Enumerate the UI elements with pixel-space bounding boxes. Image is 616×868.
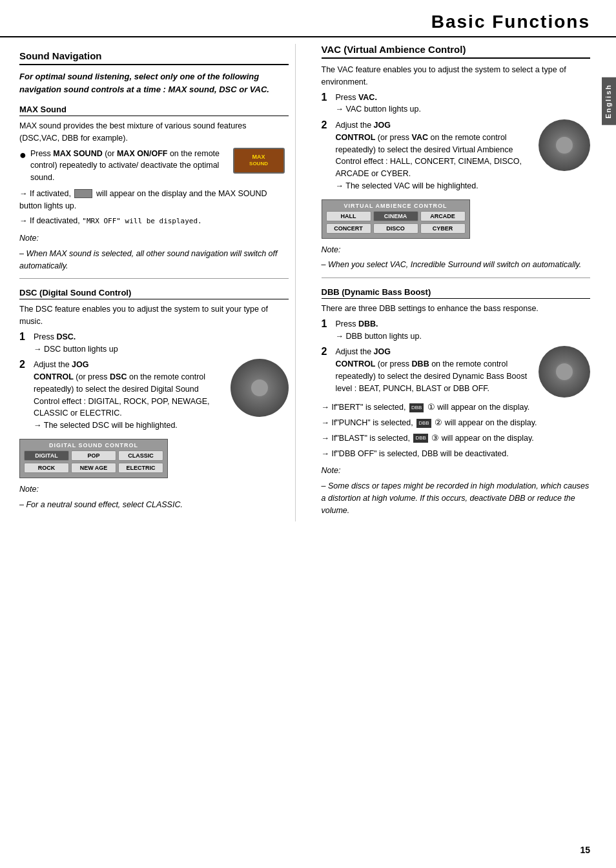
arrow2-text: → If deactivated, xyxy=(19,216,80,225)
dbb-section: DBB (Dynamic Bass Boost) There are three… xyxy=(322,287,591,516)
step1-arrow: → DSC button lights up xyxy=(34,345,118,354)
vac-display-title: VIRTUAL AMBIENCE CONTROL xyxy=(326,203,466,209)
dsc-row2: ROCK NEW AGE ELECTRIC xyxy=(24,463,163,473)
vac-description: The VAC feature enables you to adjust th… xyxy=(322,64,591,88)
dbb-note-label: Note: xyxy=(322,465,591,477)
dsc-btn-digital: DIGITAL xyxy=(24,450,69,461)
dsc-circular-image xyxy=(231,359,289,417)
step1-content: Press DSC. → DSC button lights up xyxy=(34,331,289,356)
dsc-row1: DIGITAL POP CLASSIC xyxy=(24,450,163,461)
content-area: Sound Navigation For optimal sound liste… xyxy=(0,37,616,534)
dbb-note-text: – Some discs or tapes might be recorded … xyxy=(322,480,591,516)
max-note: Note: – When MAX sound is selected, all … xyxy=(19,232,289,272)
vac-step1: 1 Press VAC. → VAC button lights up. xyxy=(322,92,591,116)
dsc-btn-pop: POP xyxy=(71,450,116,461)
bullet-text-2: (or xyxy=(103,149,117,158)
dsc-jog-wheel xyxy=(231,359,289,417)
dsc-btn-classic: CLASSIC xyxy=(118,450,163,461)
dbb-blast-icon: DBB xyxy=(413,434,427,443)
dsc-display-panel: DIGITAL SOUND CONTROL DIGITAL POP CLASSI… xyxy=(19,439,168,478)
dbb-beat-icon: DBB xyxy=(409,403,424,412)
step2-arrow: → The selected DSC will be highlighted. xyxy=(34,419,289,432)
bullet-bold-1: MAX SOUND xyxy=(53,149,102,158)
vac-step1-number: 1 xyxy=(322,92,332,103)
step2-text-block: Adjust the JOG CONTROL (or press DSC on … xyxy=(34,359,225,419)
vac-jog-wheel xyxy=(539,119,590,171)
step1-text: Press xyxy=(34,332,56,341)
arrow-beat2: ① will appear on the display. xyxy=(427,403,529,412)
dsc-btn-electric: ELECTRIC xyxy=(118,463,163,473)
arrow-punch-text: → If"PUNCH" is selected, xyxy=(322,418,413,427)
vac-row2: CONCERT DISCO CYBER xyxy=(326,223,466,234)
dsc-display-title: DIGITAL SOUND CONTROL xyxy=(24,442,163,449)
dbb-arrow-beat: → If"BERT" is selected, DBB ① will appea… xyxy=(322,401,591,414)
right-column: VAC (Virtual Ambience Control) The VAC f… xyxy=(315,44,591,521)
dbb-step2-bold3: DBB xyxy=(412,359,429,368)
vac-section: VAC (Virtual Ambience Control) The VAC f… xyxy=(322,44,591,271)
vac-step2-number: 2 xyxy=(322,119,332,131)
step2-text: Adjust the xyxy=(34,360,72,369)
dbb-circular-image xyxy=(539,346,590,398)
dbb-note: Note: – Some discs or tapes might be rec… xyxy=(322,465,591,516)
arrow-punch2: ② will appear on the display. xyxy=(435,418,537,427)
vac-btn-disco: DISCO xyxy=(373,223,418,234)
vac-circular-image xyxy=(539,119,590,171)
dsc-section: DSC (Digital Sound Control) The DSC feat… xyxy=(19,288,289,510)
dsc-note-label: Note: xyxy=(19,483,289,496)
dsc-step1: 1 Press DSC. → DSC button lights up xyxy=(19,331,289,356)
step2-content: Adjust the JOG CONTROL (or press DSC on … xyxy=(34,359,289,435)
max-sound-bullet: ● MAX SOUND Press MAX SOUND (or MAX ON/O… xyxy=(19,148,289,184)
dbb-step1-content: Press DBB. → DBB button lights up. xyxy=(336,318,591,343)
max-sound-description: MAX sound provides the best mixture of v… xyxy=(19,120,289,145)
dbb-step2-content: Adjust the JOG CONTROL (or press DBB on … xyxy=(336,346,591,398)
step1-bold: DSC. xyxy=(56,332,76,341)
vac-step2-text2: (or press xyxy=(375,133,411,142)
page-number: 15 xyxy=(580,845,590,855)
dbb-step2-text-block: Adjust the JOG CONTROL (or press DBB on … xyxy=(336,346,534,394)
step1-number: 1 xyxy=(19,331,30,343)
dbb-punch-icon: DBB xyxy=(416,419,431,428)
bullet-content: MAX SOUND Press MAX SOUND (or MAX ON/OFF… xyxy=(30,148,285,184)
vac-step2-text-block: Adjust the JOG CONTROL (or press VAC on … xyxy=(336,119,534,180)
page-title: Basic Functions xyxy=(0,12,590,32)
left-column: Sound Navigation For optimal sound liste… xyxy=(19,44,296,521)
vac-step2-content: Adjust the JOG CONTROL (or press VAC on … xyxy=(336,119,591,196)
side-tab: English xyxy=(602,77,616,125)
vac-row1: HALL CINEMA ARCADE xyxy=(326,211,466,221)
dsc-btn-newage: NEW AGE xyxy=(71,463,116,473)
vac-btn-cyber: CYBER xyxy=(420,223,466,234)
arrow1-text: → If activated, xyxy=(19,189,71,198)
max-arrow2: → If deactivated, "MRX OFF" will be disp… xyxy=(19,215,289,227)
dsc-jog-center xyxy=(250,378,269,398)
dsc-note-text: – For a neutral sound effect, select CLA… xyxy=(19,499,289,511)
dbb-jog-center xyxy=(555,362,574,381)
vac-btn-arcade: ARCADE xyxy=(420,211,466,221)
dbb-step1-bold: DBB. xyxy=(358,319,378,328)
vac-step1-text: Press xyxy=(336,93,358,102)
step2-text2: (or press xyxy=(74,372,110,381)
vac-jog-center xyxy=(555,136,574,155)
vac-btn-concert: CONCERT xyxy=(326,223,371,234)
dbb-step1-text: Press xyxy=(336,319,358,328)
dbb-jog-wheel xyxy=(539,346,590,398)
dsc-btn-rock: ROCK xyxy=(24,463,69,473)
bullet-bold-2: MAX ON/OFF xyxy=(117,149,167,158)
dbb-title: DBB (Dynamic Bass Boost) xyxy=(322,287,591,299)
arrow-beat-text: → If"BERT" is selected, xyxy=(322,403,406,412)
step2-bold3: DSC xyxy=(110,372,127,381)
step2-bold1: JOG xyxy=(72,360,88,369)
max-arrow1: → If activated, will appear on the displ… xyxy=(19,188,289,212)
vac-step2-text: Adjust the xyxy=(336,121,374,130)
vac-step1-bold: VAC. xyxy=(358,93,377,102)
dbb-step1-number: 1 xyxy=(322,318,332,330)
dbb-step1-arrow: → DBB button lights up. xyxy=(336,332,422,341)
vac-display-panel: VIRTUAL AMBIENCE CONTROL HALL CINEMA ARC… xyxy=(322,199,470,239)
sound-navigation-title: Sound Navigation xyxy=(19,50,289,65)
vac-step1-arrow: → VAC button lights up. xyxy=(336,105,421,114)
vac-btn-hall: HALL xyxy=(326,211,371,221)
vac-title: VAC (Virtual Ambience Control) xyxy=(322,44,591,59)
dbb-step2-with-img: Adjust the JOG CONTROL (or press DBB on … xyxy=(336,346,591,398)
dbb-step1: 1 Press DBB. → DBB button lights up. xyxy=(322,318,591,343)
max-sound-image: MAX SOUND xyxy=(233,148,285,174)
divider-dbb xyxy=(322,278,591,278)
